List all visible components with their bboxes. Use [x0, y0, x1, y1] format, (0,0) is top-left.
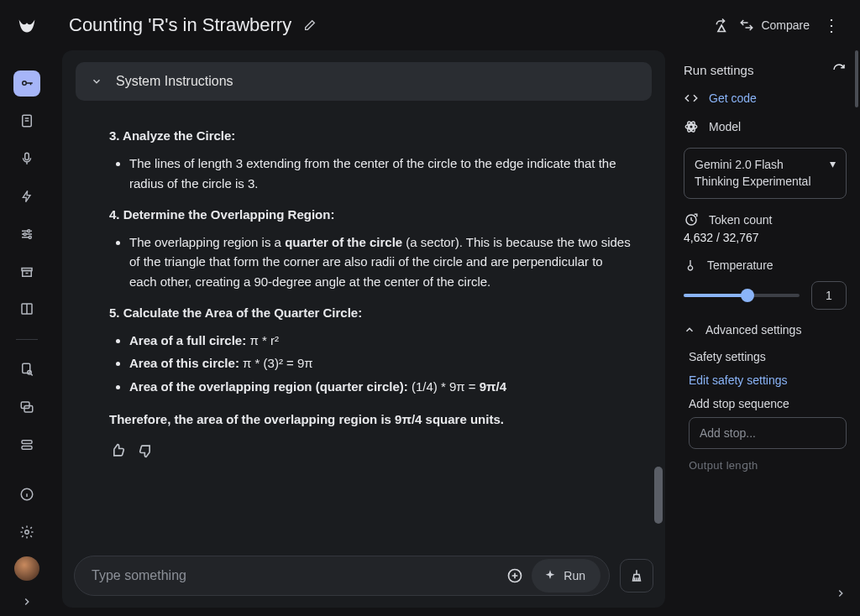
svg-point-5: [29, 236, 31, 238]
sidebar-chat-icon[interactable]: [13, 394, 40, 420]
thermometer-icon: [684, 258, 697, 273]
svg-point-0: [23, 81, 27, 86]
svg-point-3: [28, 230, 30, 232]
sidebar-book-icon[interactable]: [13, 296, 40, 322]
sidebar-expand-chevron[interactable]: [21, 596, 33, 608]
svg-point-18: [690, 125, 694, 129]
compare-button[interactable]: Compare: [731, 13, 818, 38]
sidebar-stack-icon[interactable]: [13, 432, 40, 458]
run-settings-title: Run settings: [684, 63, 753, 77]
chevron-down-icon: [91, 76, 102, 87]
thumbs-up-icon[interactable]: [109, 442, 126, 459]
model-name: Gemini 2.0 Flash Thinking Experimental: [695, 157, 830, 190]
sidebar-divider: [16, 339, 38, 340]
sidebar-bolt-icon[interactable]: [13, 184, 40, 210]
sidebar-info-icon[interactable]: [13, 481, 40, 507]
bullet-4: The overlapping region is a quarter of t…: [129, 232, 632, 291]
bullet-3: The lines of length 3 extending from the…: [129, 154, 632, 193]
output-length-label: Օutput lenɡth: [689, 459, 847, 472]
heading-5: 5. Calculate the Area of the Quarter Cir…: [109, 303, 632, 322]
content-row: System Instructions 3. Analyze the Circl…: [54, 50, 860, 616]
edit-title-icon[interactable]: [303, 18, 317, 32]
model-label-row: Model: [684, 119, 847, 134]
main-column: Counting 'R's in Strawberry Compare ⋮ Sy…: [54, 0, 860, 616]
temperature-slider[interactable]: [684, 294, 800, 297]
sidebar-archive-icon[interactable]: [13, 258, 40, 285]
sidebar-doc-icon[interactable]: [13, 108, 40, 134]
input-bar: Type something Run: [74, 556, 653, 596]
model-label: Model: [709, 120, 741, 133]
token-value: 4,632 / 32,767: [684, 231, 847, 244]
get-code-link[interactable]: Get code: [709, 91, 757, 105]
heading-4: 4. Determine the Overlapping Region:: [109, 205, 632, 224]
bullet-5a: Area of a full circle: π * r²: [129, 331, 632, 350]
sidebar-gear-icon[interactable]: [13, 519, 40, 545]
run-settings-panel: Run settings Get code Model Gemini 2.0 F…: [672, 50, 860, 616]
svg-point-4: [24, 232, 26, 235]
model-icon: [684, 119, 699, 134]
compare-label: Compare: [761, 18, 810, 32]
svg-rect-13: [22, 441, 32, 444]
token-label-row: Token count: [684, 212, 847, 227]
settings-scrollbar[interactable]: [855, 50, 858, 107]
token-label: Token count: [709, 213, 773, 227]
bullet-5b: Area of this circle: π * (3)² = 9π: [129, 353, 632, 373]
user-avatar[interactable]: [14, 556, 39, 581]
clear-button[interactable]: [620, 559, 653, 593]
sidebar-key-icon[interactable]: [13, 70, 40, 97]
settings-collapse-chevron[interactable]: [835, 587, 847, 599]
prompt-input[interactable]: Type something Run: [74, 556, 610, 596]
left-sidebar: [0, 0, 54, 616]
system-instructions-label: System Instructions: [116, 74, 233, 89]
temperature-label: Temperature: [707, 258, 773, 272]
svg-rect-9: [23, 364, 30, 373]
thumbs-down-icon[interactable]: [138, 442, 155, 459]
model-select[interactable]: Gemini 2.0 Flash Thinking Experimental ▾: [684, 148, 847, 199]
svg-point-16: [25, 530, 29, 534]
chat-scrollbar[interactable]: [654, 467, 663, 524]
chevron-up-icon: [684, 324, 695, 336]
page-title: Counting 'R's in Strawberry: [69, 14, 291, 36]
chat-panel: System Instructions 3. Analyze the Circl…: [62, 50, 665, 608]
dropdown-caret-icon: ▾: [830, 157, 836, 190]
assistant-message: 3. Analyze the Circle: The lines of leng…: [109, 126, 632, 459]
run-label: Run: [564, 569, 585, 582]
get-code-row[interactable]: Get code: [684, 91, 847, 106]
svg-rect-14: [22, 446, 32, 449]
reset-icon[interactable]: [714, 17, 731, 34]
token-icon: [684, 212, 699, 227]
app-logo: [14, 13, 39, 39]
edit-safety-link[interactable]: Edit safety settings: [689, 373, 847, 387]
svg-rect-2: [25, 153, 29, 159]
more-menu-icon[interactable]: ⋮: [818, 15, 845, 35]
sidebar-sliders-icon[interactable]: [13, 221, 40, 247]
code-icon: [684, 91, 699, 106]
system-instructions-toggle[interactable]: System Instructions: [76, 62, 652, 101]
sidebar-mic-icon[interactable]: [13, 146, 40, 172]
temperature-value-box[interactable]: 1: [811, 281, 847, 310]
reset-settings-icon[interactable]: [831, 62, 847, 77]
chat-scroll-area[interactable]: 3. Analyze the Circle: The lines of leng…: [62, 106, 665, 549]
bullet-5c: Area of the overlapping region (quarter …: [129, 377, 632, 396]
conclusion: Therefore, the area of the overlapping r…: [109, 412, 504, 426]
top-bar: Counting 'R's in Strawberry Compare ⋮: [54, 0, 860, 50]
add-attachment-icon[interactable]: [506, 567, 523, 584]
safety-settings-label: Safety settings: [689, 350, 847, 363]
run-button[interactable]: Run: [532, 559, 600, 593]
prompt-placeholder: Type something: [92, 568, 186, 583]
advanced-settings-label: Advanced settings: [705, 323, 801, 337]
temperature-label-row: Temperature: [684, 258, 847, 273]
stop-sequence-label: Add stop sequence: [689, 397, 847, 410]
advanced-settings-toggle[interactable]: Advanced settings: [684, 323, 847, 337]
heading-3: 3. Analyze the Circle:: [109, 126, 632, 145]
sidebar-searchdoc-icon[interactable]: [13, 357, 40, 383]
stop-sequence-input[interactable]: Add stop...: [689, 417, 847, 449]
